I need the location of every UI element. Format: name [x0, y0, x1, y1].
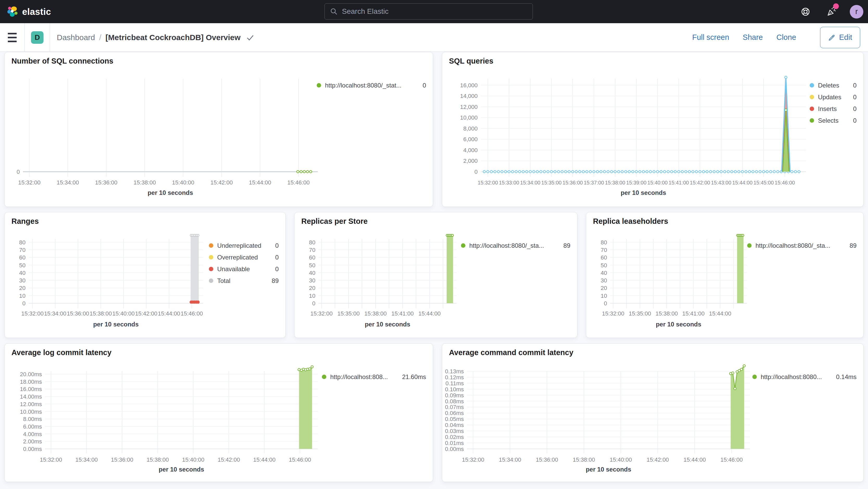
legend-item[interactable]: Selects 0: [810, 115, 857, 126]
svg-text:12.00ms: 12.00ms: [20, 401, 42, 407]
svg-text:15:41:00: 15:41:00: [392, 310, 414, 317]
legend-item[interactable]: http://localhost:8080/_sta... 89: [747, 240, 857, 251]
svg-text:per 10 seconds: per 10 seconds: [148, 189, 193, 196]
legend-value: 0: [850, 94, 857, 101]
svg-text:12,000: 12,000: [460, 104, 477, 110]
news-button[interactable]: [824, 5, 838, 19]
svg-text:60: 60: [19, 254, 26, 261]
legend-item[interactable]: Total 89: [209, 275, 279, 286]
elastic-logo[interactable]: elastic: [7, 6, 51, 18]
pencil-icon: [828, 34, 835, 41]
svg-text:15:36:00: 15:36:00: [536, 456, 558, 463]
legend-value: 21.60ms: [399, 373, 426, 380]
help-button[interactable]: [799, 5, 812, 19]
svg-text:15:37:00: 15:37:00: [584, 180, 604, 185]
legend-item[interactable]: http://localhost:808... 21.60ms: [322, 371, 426, 383]
legend-value: 0: [850, 117, 857, 124]
top-bar: elastic Search Elastic: [0, 0, 868, 23]
breadcrumb-dashboard[interactable]: Dashboard: [57, 33, 95, 42]
panel-title: Average log commit latency: [11, 348, 112, 357]
legend-label: http://localhost:8080/_sta...: [469, 242, 544, 249]
legend-label: Deletes: [818, 82, 839, 89]
svg-text:30: 30: [601, 277, 607, 284]
clone-button[interactable]: Clone: [776, 33, 796, 42]
svg-text:15:45:00: 15:45:00: [753, 180, 774, 185]
avatar-initial: r: [855, 7, 858, 16]
chart-legend: Deletes 0 Updates 0 Inserts 0 Selects 0: [810, 80, 857, 126]
svg-text:2.00ms: 2.00ms: [23, 438, 42, 445]
svg-text:15:38:00: 15:38:00: [90, 310, 112, 317]
chart-legend: Underreplicated 0 Overreplicated 0 Unava…: [209, 240, 279, 286]
svg-text:15:42:00: 15:42:00: [690, 180, 710, 185]
svg-text:15:32:00: 15:32:00: [18, 179, 41, 186]
series-color-dot: [209, 255, 213, 259]
svg-text:0: 0: [22, 300, 26, 307]
legend-item[interactable]: http://localhost:8080... 0.14ms: [752, 371, 857, 383]
svg-text:15:44:00: 15:44:00: [253, 456, 276, 463]
chart-average-command-commit-latency: 0.00ms0.01ms0.02ms0.03ms0.04ms0.05ms0.06…: [445, 360, 752, 478]
legend-label: Selects: [818, 117, 839, 124]
share-button[interactable]: Share: [743, 33, 763, 42]
svg-text:0: 0: [312, 300, 315, 307]
legend-item[interactable]: Unavailable 0: [209, 263, 279, 275]
svg-text:0.11ms: 0.11ms: [445, 380, 464, 387]
full-screen-button[interactable]: Full screen: [692, 33, 729, 42]
svg-text:20: 20: [19, 285, 26, 291]
menu-button[interactable]: [8, 33, 17, 42]
legend-item[interactable]: Underreplicated 0: [209, 240, 279, 251]
svg-text:15:46:00: 15:46:00: [720, 456, 743, 463]
svg-text:0.06ms: 0.06ms: [445, 410, 464, 416]
series-color-dot: [317, 83, 321, 88]
series-color-dot: [747, 243, 752, 248]
svg-text:15:32:00: 15:32:00: [40, 456, 62, 463]
dashboard-app-badge[interactable]: D: [31, 31, 43, 44]
chart-replica-leaseholders: 0102030405060708015:32:0015:35:0015:38:0…: [589, 229, 749, 334]
legend-item[interactable]: http://localhost:8080/_sta... 89: [461, 240, 570, 251]
legend-value: 0: [272, 254, 279, 261]
svg-text:15:38:00: 15:38:00: [605, 180, 625, 185]
saved-check-icon: [246, 33, 254, 42]
legend-label: Underreplicated: [217, 242, 261, 249]
svg-text:16.00ms: 16.00ms: [20, 386, 42, 392]
chart-legend: http://localhost:8080/_sta... 89: [747, 240, 857, 251]
svg-text:50: 50: [309, 262, 315, 269]
panel-title: Ranges: [11, 217, 39, 225]
user-avatar[interactable]: r: [850, 5, 863, 19]
legend-item[interactable]: Inserts 0: [810, 103, 857, 115]
search-input[interactable]: Search Elastic: [324, 3, 533, 20]
svg-text:50: 50: [19, 262, 26, 269]
search-icon: [330, 7, 338, 16]
legend-item[interactable]: Updates 0: [810, 91, 857, 103]
edit-button[interactable]: Edit: [820, 27, 860, 48]
svg-text:15:46:00: 15:46:00: [181, 310, 203, 317]
svg-text:0.08ms: 0.08ms: [445, 398, 464, 405]
series-color-dot: [322, 375, 326, 379]
series-color-dot: [810, 118, 814, 123]
legend-label: Total: [217, 277, 230, 284]
svg-text:15:42:00: 15:42:00: [218, 456, 240, 463]
svg-text:4,000: 4,000: [463, 147, 477, 153]
svg-text:8.00ms: 8.00ms: [23, 416, 42, 422]
svg-text:70: 70: [19, 247, 26, 253]
svg-text:4.00ms: 4.00ms: [23, 431, 42, 437]
svg-text:15:32:00: 15:32:00: [21, 310, 44, 317]
svg-text:20.00ms: 20.00ms: [20, 371, 42, 377]
svg-text:80: 80: [19, 239, 26, 246]
brand-text: elastic: [22, 6, 51, 17]
legend-item[interactable]: Overreplicated 0: [209, 251, 279, 263]
legend-item[interactable]: http://localhost:8080/_stat... 0: [317, 80, 426, 91]
svg-text:15:34:00: 15:34:00: [57, 179, 79, 186]
notification-dot: [833, 3, 839, 9]
series-color-dot: [209, 267, 213, 271]
chart-legend: http://localhost:8080/_stat... 0: [317, 80, 426, 91]
svg-text:20: 20: [309, 285, 315, 291]
series-color-dot: [810, 83, 814, 88]
svg-text:15:38:00: 15:38:00: [655, 310, 678, 317]
svg-text:0.00ms: 0.00ms: [23, 446, 42, 452]
svg-text:15:36:00: 15:36:00: [562, 180, 583, 185]
legend-value: 0.14ms: [833, 373, 857, 380]
legend-item[interactable]: Deletes 0: [810, 80, 857, 91]
svg-text:0.01ms: 0.01ms: [445, 440, 464, 446]
breadcrumb-bar: D Dashboard / [Metricbeat CockroachDB] O…: [0, 23, 868, 52]
series-color-dot: [209, 278, 213, 283]
